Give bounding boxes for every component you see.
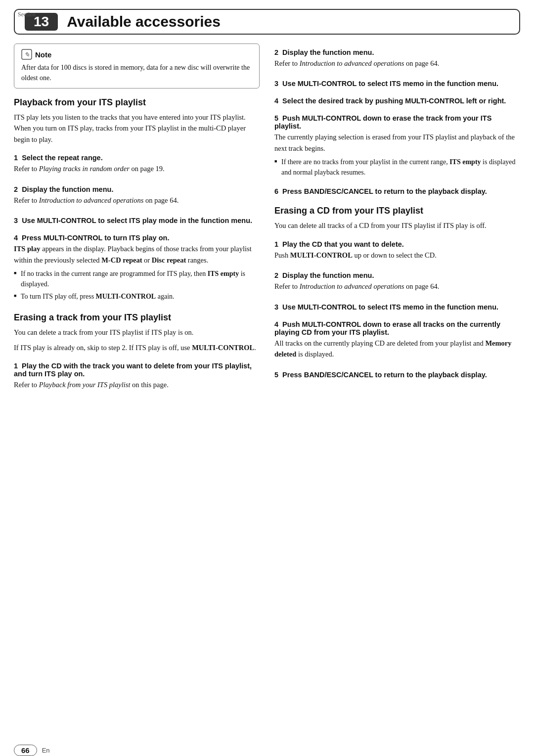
note-text: After data for 100 discs is stored in me… bbox=[21, 62, 252, 83]
r-step-5-text: The currently playing selection is erase… bbox=[274, 132, 520, 154]
erasing-step-1-text: Refer to Playback from your ITS playlist… bbox=[14, 379, 260, 390]
erasing-track-step-4: 4 Select the desired track by pushing MU… bbox=[274, 92, 520, 106]
header: 13 Available accessories bbox=[14, 9, 520, 35]
step-4-heading: 4 Press MULTI-CONTROL to turn ITS play o… bbox=[14, 234, 260, 242]
erasing-track-step-3: 3 Use MULTI-CONTROL to select ITS memo i… bbox=[274, 75, 520, 89]
erasing-track-intro2: If ITS play is already on, skip to step … bbox=[14, 342, 260, 353]
step-1-heading: 1 Select the repeat range. bbox=[14, 154, 260, 162]
erasing-cd-step-1: 1 Play the CD that you want to delete. P… bbox=[274, 235, 520, 264]
page-title: Available accessories bbox=[67, 13, 221, 30]
step-2-text: Refer to Introduction to advanced operat… bbox=[14, 195, 260, 206]
step-1-text: Refer to Playing tracks in random order … bbox=[14, 163, 260, 174]
note-box: ✎ Note After data for 100 discs is store… bbox=[14, 44, 260, 89]
erasing-track-step-6: 6 Press BAND/ESC/CANCEL to return to the… bbox=[274, 182, 520, 197]
r-step-5-bullet: If there are no tracks from your playlis… bbox=[274, 157, 520, 178]
r-step-2-text: Refer to Introduction to advanced operat… bbox=[274, 58, 520, 69]
erasing-track-step-2: 2 Display the function menu. Refer to In… bbox=[274, 44, 520, 72]
erasing-track-intro: You can delete a track from your ITS pla… bbox=[14, 327, 260, 338]
cd-step-4-heading: 4 Push MULTI-CONTROL down to erase all t… bbox=[274, 320, 520, 336]
playback-section-heading: Playback from your ITS playlist bbox=[14, 97, 260, 108]
content-area: ✎ Note After data for 100 discs is store… bbox=[14, 44, 520, 397]
footer: 66 En bbox=[14, 745, 50, 756]
step-3-heading: 3 Use MULTI-CONTROL to select ITS play m… bbox=[14, 217, 260, 224]
playback-step-2: 2 Display the function menu. Refer to In… bbox=[14, 180, 260, 209]
r-step-3-heading: 3 Use MULTI-CONTROL to select ITS memo i… bbox=[274, 80, 520, 88]
erasing-cd-step-4: 4 Push MULTI-CONTROL down to erase all t… bbox=[274, 315, 520, 363]
page: Section 13 Available accessories ✎ Note bbox=[0, 9, 534, 756]
step-2-heading: 2 Display the function menu. bbox=[14, 185, 260, 193]
erasing-cd-step-5: 5 Press BAND/ESC/CANCEL to return to the… bbox=[274, 366, 520, 380]
r-step-4-heading: 4 Select the desired track by pushing MU… bbox=[274, 97, 520, 105]
footer-lang: En bbox=[42, 747, 50, 754]
section-label: Section bbox=[18, 11, 36, 18]
erasing-cd-intro: You can delete all tracks of a CD from y… bbox=[274, 220, 520, 231]
erasing-cd-step-2: 2 Display the function menu. Refer to In… bbox=[274, 267, 520, 295]
right-column: 2 Display the function menu. Refer to In… bbox=[274, 44, 520, 397]
playback-step-3: 3 Use MULTI-CONTROL to select ITS play m… bbox=[14, 212, 260, 226]
step-4-bullet-1: If no tracks in the current range are pr… bbox=[14, 268, 260, 289]
cd-step-1-text: Push MULTI-CONTROL up or down to select … bbox=[274, 250, 520, 261]
erasing-cd-step-3: 3 Use MULTI-CONTROL to select ITS memo i… bbox=[274, 298, 520, 312]
cd-step-3-heading: 3 Use MULTI-CONTROL to select ITS memo i… bbox=[274, 303, 520, 311]
cd-step-2-heading: 2 Display the function menu. bbox=[274, 271, 520, 279]
cd-step-4-text: All tracks on the currently playing CD a… bbox=[274, 338, 520, 360]
note-label: Note bbox=[35, 50, 51, 59]
note-icon: ✎ bbox=[21, 49, 32, 60]
erasing-step-1-heading: 1 Play the CD with the track you want to… bbox=[14, 362, 260, 378]
step-4-text: ITS play appears in the display. Playbac… bbox=[14, 243, 260, 266]
playback-intro: ITS play lets you listen to the tracks t… bbox=[14, 112, 260, 145]
svg-text:✎: ✎ bbox=[24, 51, 30, 58]
playback-step-1: 1 Select the repeat range. Refer to Play… bbox=[14, 149, 260, 177]
erasing-track-step-1: 1 Play the CD with the track you want to… bbox=[14, 357, 260, 393]
step-4-bullet-2: To turn ITS play off, press MULTI-CONTRO… bbox=[14, 291, 260, 302]
cd-step-5-heading: 5 Press BAND/ESC/CANCEL to return to the… bbox=[274, 371, 520, 379]
r-step-6-heading: 6 Press BAND/ESC/CANCEL to return to the… bbox=[274, 187, 520, 195]
erasing-track-step-5: 5 Push MULTI-CONTROL down to erase the t… bbox=[274, 109, 520, 179]
cd-step-2-text: Refer to Introduction to advanced operat… bbox=[274, 281, 520, 292]
playback-step-4: 4 Press MULTI-CONTROL to turn ITS play o… bbox=[14, 229, 260, 304]
note-header: ✎ Note bbox=[21, 49, 252, 60]
r-step-5-heading: 5 Push MULTI-CONTROL down to erase the t… bbox=[274, 114, 520, 130]
page-number: 66 bbox=[14, 745, 37, 756]
cd-step-1-heading: 1 Play the CD that you want to delete. bbox=[274, 240, 520, 248]
r-step-2-heading: 2 Display the function menu. bbox=[274, 48, 520, 56]
erasing-cd-heading: Erasing a CD from your ITS playlist bbox=[274, 206, 520, 216]
erasing-track-heading: Erasing a track from your ITS playlist bbox=[14, 312, 260, 323]
left-column: ✎ Note After data for 100 discs is store… bbox=[14, 44, 260, 397]
